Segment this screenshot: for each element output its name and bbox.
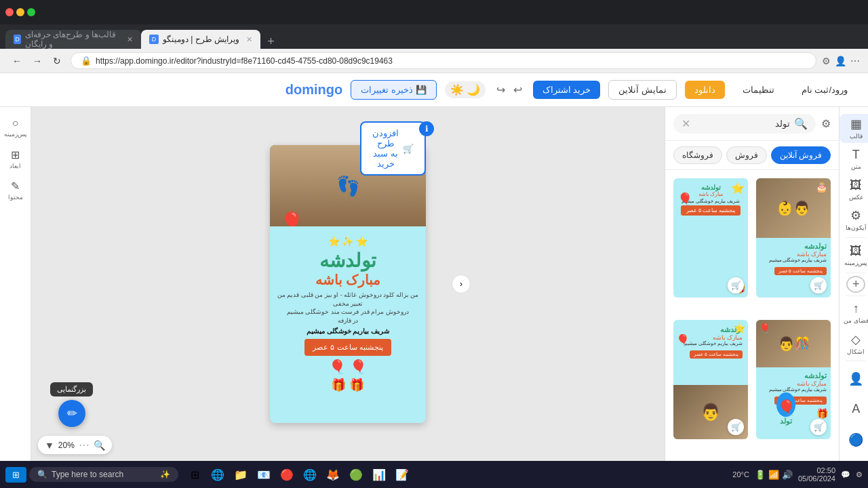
divider3: [846, 296, 866, 296]
taskbar-app-grid[interactable]: ⊞: [184, 464, 205, 485]
tool-extra-2[interactable]: A: [840, 394, 868, 424]
redo-button[interactable]: ↪: [494, 81, 508, 99]
template-cart-4[interactable]: 🛒: [810, 419, 827, 435]
dark-mode-toggle[interactable]: 🌙 ☀️: [445, 81, 486, 98]
taskbar-app-edge[interactable]: 🌐: [207, 464, 229, 485]
back-button[interactable]: ←: [8, 53, 26, 69]
shapes-tool-label: اشکال: [847, 348, 865, 355]
forward-button[interactable]: →: [28, 53, 46, 69]
tool-content[interactable]: ✎ محتوا: [2, 176, 29, 203]
tab-close-1[interactable]: ✕: [127, 35, 133, 44]
profile-icon[interactable]: 👤: [835, 56, 846, 66]
tool-extra-3[interactable]: 🔵: [840, 425, 868, 454]
tab-favicon-1: D: [14, 35, 21, 44]
add-tool-button[interactable]: +: [846, 276, 865, 293]
template-card-4[interactable]: 👨 🎊 تولدشه مبارک باشه شریف بیاریم خوشگلی…: [755, 319, 832, 441]
new-tab-button[interactable]: +: [263, 35, 279, 49]
add-to-cart-button[interactable]: 🛒 افزودن طرح به سبد خرید: [360, 121, 426, 176]
background-label: پس‌زمینه: [4, 131, 27, 138]
volume-icon[interactable]: 🔊: [782, 470, 793, 480]
template-card-1[interactable]: تولدشه مبارک باشه شریف بیاریم خوشگلی میش…: [672, 177, 749, 299]
taskbar-app-mail[interactable]: 📧: [253, 464, 275, 485]
zoom-in-button[interactable]: 🔍: [94, 440, 105, 451]
start-button[interactable]: ⊞: [5, 467, 26, 483]
left-sidebar: ○ پس‌زمینه ⊞ ابعاد ✎ محتوا: [0, 107, 31, 461]
content-label: محتوا: [8, 194, 23, 201]
settings-icon[interactable]: ⚙: [856, 470, 863, 479]
tool-photo[interactable]: 🖼 عکس: [840, 175, 868, 204]
clear-search-icon[interactable]: ✕: [682, 117, 690, 130]
taskbar-app-excel[interactable]: 📊: [368, 464, 390, 485]
browser-action-icons: ⚙ 👤 ⋯: [822, 56, 860, 66]
tool-myspace[interactable]: ↑ فضای من: [840, 298, 868, 327]
login-button[interactable]: ورود/ثبت نام: [792, 81, 857, 99]
battery-icon[interactable]: 🔋: [755, 470, 766, 480]
subscribe-button[interactable]: خرید اشتراک: [533, 81, 601, 99]
template-search-input[interactable]: [694, 119, 790, 129]
tab-online-sale[interactable]: فروش آنلاین: [771, 146, 831, 164]
tool-background[interactable]: ○ پس‌زمینه: [2, 114, 29, 141]
tool-extra-1[interactable]: 👤: [840, 364, 868, 393]
tool-shapes[interactable]: ◇ اشکال: [840, 329, 868, 358]
address-field[interactable]: 🔒 https://app.domingo.ir/editor?industry…: [71, 52, 816, 69]
temperature: 20°C: [732, 470, 749, 479]
taskbar-app-chrome[interactable]: 🌐: [299, 464, 321, 485]
tool-dimensions[interactable]: ⊞ ابعاد: [2, 145, 29, 172]
taskbar-search[interactable]: 🔍 Type here to search ✨: [29, 467, 178, 482]
template-card-3[interactable]: تولدشه مبارک باشه شریف بیاریم خوشگلی میش…: [672, 319, 749, 441]
card-subtitle: مبارک باشه: [277, 272, 419, 288]
taskbar-app-word[interactable]: 📝: [391, 464, 413, 485]
filter-button[interactable]: ⚙: [821, 117, 831, 130]
content-icon: ✎: [11, 180, 20, 192]
tab-label-1: قالب‌ها و طرح‌های حرفه‌ای و رایگان: [25, 30, 120, 49]
tool-icons[interactable]: ⚙ آیکون‌ها: [840, 205, 868, 235]
magnify-tool[interactable]: ✏: [58, 400, 85, 427]
window-minimize-btn[interactable]: [16, 8, 24, 16]
settings-button[interactable]: تنظیمات: [733, 81, 784, 99]
divider4: [846, 361, 866, 361]
taskbar-app-red[interactable]: 🔴: [276, 464, 298, 485]
undo-button[interactable]: ↩: [511, 81, 525, 99]
template-card-2[interactable]: 👶 👨 🎂 تولدشه مبارک باشه شریف بیاریم خوشگ…: [755, 177, 832, 299]
refresh-button[interactable]: ↻: [49, 53, 65, 69]
zoom-out-button[interactable]: ▼: [45, 440, 54, 451]
taskbar-app-explorer[interactable]: 📁: [230, 464, 252, 485]
collapse-panel-button[interactable]: ›: [452, 274, 471, 293]
window-maximize-btn[interactable]: [27, 8, 35, 16]
card-body: ⭐ ✨ ⭐ تولدشه مبارک باشه من بزاله کلود در…: [270, 226, 426, 399]
dimensions-icon: ⊞: [11, 148, 20, 161]
template-cart-1[interactable]: 🛒: [728, 277, 744, 293]
tab-sale[interactable]: فروش: [726, 146, 767, 164]
right-icon-sidebar: ▦ قالب T متن 🖼 عکس ⚙ آیکون‌ها 🖼: [839, 107, 868, 461]
canvas-content: 🛒 افزودن طرح به سبد خرید ℹ 👣 🎂 🎈 ⭐ ✨ ⭐ ت…: [270, 145, 426, 423]
panel-category-tabs: فروش آنلاین فروش فروشگاه: [665, 141, 839, 170]
preview-button[interactable]: نمایش آنلاین: [608, 80, 677, 100]
tool-text[interactable]: T متن: [840, 144, 868, 174]
taskbar-app-green[interactable]: 🟢: [345, 464, 367, 485]
tab-templates[interactable]: D قالب‌ها و طرح‌های حرفه‌ای و رایگان ✕: [5, 30, 141, 49]
template-cart-3[interactable]: 🛒: [728, 419, 744, 435]
tab-favicon-2: D: [149, 35, 159, 44]
tab-editor[interactable]: D ویرایش طرح | دومینگو ✕: [141, 30, 260, 49]
zoom-bar: ▼ 20% ⋯ 🔍: [38, 436, 112, 454]
search-container: 🔍 ✕: [673, 114, 816, 134]
bg-tool-icon: 🖼: [850, 244, 862, 258]
tab-close-2[interactable]: ✕: [246, 35, 252, 44]
tool-template[interactable]: ▦ قالب: [840, 114, 868, 143]
tool-bg[interactable]: 🖼 پس‌زمینه: [840, 241, 868, 270]
taskbar-search-icon: 🔍: [37, 470, 47, 479]
wifi-icon[interactable]: 📶: [768, 470, 779, 480]
tab-store[interactable]: فروشگاه: [673, 146, 722, 164]
notification-icon[interactable]: 💬: [841, 470, 850, 479]
cart-icon: 🛒: [403, 144, 414, 154]
window-controls: [5, 8, 35, 16]
background-icon: ○: [12, 117, 19, 129]
taskbar-app-firefox[interactable]: 🦊: [322, 464, 344, 485]
browser-chrome: [0, 0, 868, 24]
save-button[interactable]: 💾 ذخیره تغییرات: [351, 80, 436, 100]
extensions-icon[interactable]: ⚙: [822, 56, 831, 66]
download-button[interactable]: دانلود: [685, 81, 725, 99]
more-icon[interactable]: ⋯: [850, 56, 860, 66]
window-close-btn[interactable]: [5, 8, 14, 16]
info-button[interactable]: ℹ: [419, 121, 434, 136]
